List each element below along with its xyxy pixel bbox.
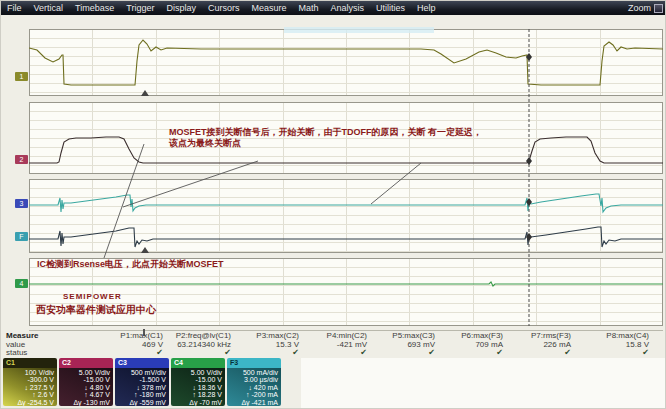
menu-analysis[interactable]: Analysis <box>324 1 370 15</box>
descriptor-c3[interactable]: C3 500 mV/div-1.500 V ↓ 378 mV↑ -180 mV … <box>115 358 169 406</box>
channel-descriptors: C1 100 V/div-300.0 V ↓ 237.5 V↑ 2.6 V Δy… <box>3 358 281 406</box>
descriptor-c2[interactable]: C2 5.00 V/div-15.00 V ↓ 4.80 V↑ 4.67 V Δ… <box>59 358 113 406</box>
menu-cursors[interactable]: Cursors <box>202 1 246 15</box>
leader-line-note1-to-c3 <box>123 161 258 207</box>
status-check-icon: ✔ <box>425 349 503 358</box>
menu-help[interactable]: Help <box>411 1 442 15</box>
measure-col-p8[interactable]: P8:max(C4)15.8 V✔ <box>571 332 649 358</box>
status-check-icon: ✔ <box>571 349 649 358</box>
status-label: status <box>6 349 38 358</box>
trace-f3-current <box>29 227 663 247</box>
menu-timebase[interactable]: Timebase <box>69 1 120 15</box>
waveform-display: MOSFET接到关断信号后，开始关断，由于TDOFF的原因，关断 有一定延迟，该… <box>29 26 663 326</box>
channel-marker-c1[interactable]: 1 <box>15 72 28 81</box>
brand-subtitle: 西安功率器件测试应用中心 <box>36 303 156 317</box>
zoom-grid-icon[interactable] <box>654 4 663 13</box>
menu-measure[interactable]: Measure <box>245 1 292 15</box>
cursor-marker-c2 <box>526 157 532 165</box>
channel-marker-c4[interactable]: 4 <box>15 279 28 288</box>
annotation-rsense-detect: IC检测到Rsense电压，此点开始关断MOSFET <box>37 258 224 271</box>
status-check-icon: ✔ <box>357 349 435 358</box>
measure-col-p6[interactable]: P6:max(F3)709 mA✔ <box>425 332 503 358</box>
leader-line-note1-to-cursor-point <box>371 163 421 204</box>
leader-line-note2-to-c2 <box>104 144 144 258</box>
descriptor-c1[interactable]: C1 100 V/div-300.0 V ↓ 237.5 V↑ 2.6 V Δy… <box>3 358 57 406</box>
descriptor-f3[interactable]: F3 500 mA/div3.00 μs/div ↓ 420 mA↑ -200 … <box>227 358 281 406</box>
measure-col-p1[interactable]: P1:max(C1)469 V✔ <box>85 332 163 358</box>
traces-layer <box>29 26 663 326</box>
trace-c3-rsense-voltage <box>29 194 663 212</box>
brand-semipower: SEMIPOWER <box>63 292 122 301</box>
trace-c1-drain-voltage <box>29 40 663 85</box>
channel-marker-c3[interactable]: 3 <box>15 199 28 208</box>
measure-col-p2[interactable]: P2:freq@lv(C1)63.214340 kHz✔ <box>153 332 231 358</box>
channel-marker-f3[interactable]: F <box>15 232 28 241</box>
measure-col-p3[interactable]: P3:max(C2)15.3 V✔ <box>221 332 299 358</box>
menu-bar: File Vertical Timebase Trigger Display C… <box>1 1 666 15</box>
trigger-marker-panel1 <box>141 90 149 96</box>
menu-vertical[interactable]: Vertical <box>28 1 70 15</box>
menu-file[interactable]: File <box>1 1 28 15</box>
measure-col-p7[interactable]: P7:rms(F3)226 mA✔ <box>493 332 571 358</box>
measure-table: Measure value status P1:max(C1)469 V✔ P2… <box>1 332 666 358</box>
trigger-marker-panel3 <box>141 247 149 253</box>
menu-trigger[interactable]: Trigger <box>120 1 160 15</box>
menu-math[interactable]: Math <box>292 1 324 15</box>
measure-col-p4[interactable]: P4:min(C2)-421 mV✔ <box>289 332 367 358</box>
menu-display[interactable]: Display <box>160 1 202 15</box>
descriptor-c4[interactable]: C4 5.00 V/div-15.00 V ↓ 18.36 V↑ 18.28 V… <box>171 358 225 406</box>
measure-col-p5[interactable]: P5:max(C3)693 mV✔ <box>357 332 435 358</box>
status-check-icon: ✔ <box>221 349 299 358</box>
status-check-icon: ✔ <box>153 349 231 358</box>
status-check-icon: ✔ <box>85 349 163 358</box>
menu-utilities[interactable]: Utilities <box>370 1 411 15</box>
measure-row-labels: Measure value status <box>6 332 38 358</box>
channel-marker-c2[interactable]: 2 <box>15 155 28 164</box>
status-check-icon: ✔ <box>493 349 571 358</box>
annotation-turnoff-delay: MOSFET接到关断信号后，开始关断，由于TDOFF的原因，关断 有一定延迟，该… <box>169 127 489 149</box>
status-check-icon: ✔ <box>289 349 367 358</box>
bottom-blank-area <box>301 358 666 409</box>
oscilloscope-app: File Vertical Timebase Trigger Display C… <box>0 0 666 409</box>
zoom-button-label[interactable]: Zoom <box>628 3 651 13</box>
trace-c4 <box>29 282 663 286</box>
